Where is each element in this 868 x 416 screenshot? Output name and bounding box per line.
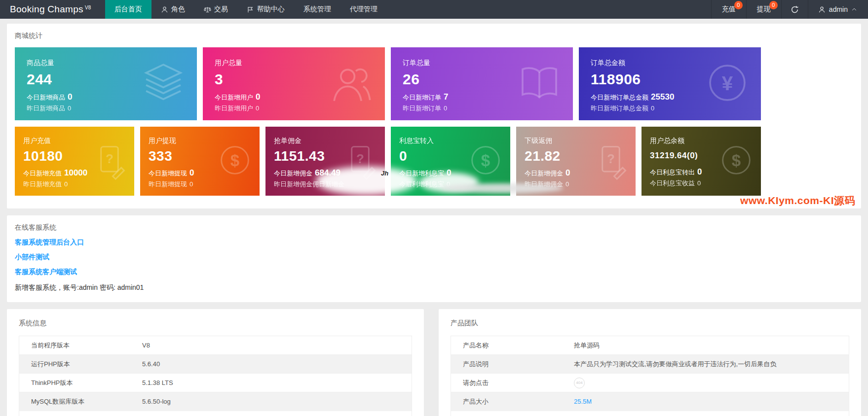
nav-tab-system-admin[interactable]: 系统管理 — [294, 0, 340, 19]
product-team-table: 产品名称 抢单源码 产品说明 本产品只为学习测试交流,请勿要做商业或者用于违法行… — [451, 336, 849, 416]
stat-title: 利息宝转入 — [399, 137, 502, 145]
product-team-panel: 产品团队 产品名称 抢单源码 产品说明 本产品只为学习测试交流,请勿要做商业或者… — [439, 309, 861, 416]
row-value: 5.6.50-log — [142, 398, 171, 405]
row-label: 当前程序版本 — [31, 341, 142, 350]
nav-tab-agent-admin[interactable]: 代理管理 — [340, 0, 387, 19]
table-row: ThinkPHP版本 5.1.38 LTS — [19, 374, 412, 392]
stat-line-label: 今日新增提现 — [149, 170, 187, 177]
section-title-online-service: 在线客服系统 — [15, 223, 853, 232]
stat-line-value: 10000 — [64, 168, 87, 177]
online-service-panel: 在线客服系统 客服系统管理后台入口 小部件测试 客服系统客户端测试 新增客服系统… — [7, 215, 861, 302]
stat-title: 抢单佣金 — [274, 137, 377, 145]
stat-title: 用户总量 — [215, 59, 373, 68]
flag-icon — [247, 6, 254, 13]
service-link-admin-entry[interactable]: 客服系统管理后台入口 — [15, 238, 853, 247]
system-info-table: 当前程序版本 V8 运行PHP版本 5.6.40 ThinkPHP版本 5.1.… — [19, 336, 412, 416]
table-row: 当前程序版本 V8 — [19, 336, 412, 355]
row-value: 5.1.38 LTS — [142, 379, 173, 386]
row-value: V8 — [142, 342, 150, 349]
stat-value: 31219.64(0) — [650, 151, 753, 161]
nav-tab-label: 交易 — [214, 5, 228, 14]
stat-cards-row-1: 商品总量 244 今日新增商品0 昨日新增商品0 用户总量 3 今日新增用户0 … — [15, 47, 761, 120]
stat-line-label: 昨日新增订单总金额 — [591, 104, 648, 112]
section-title-product-team: 产品团队 — [451, 319, 849, 328]
product-size-link[interactable]: 25.5M — [574, 398, 592, 405]
stat-line-value: 0 — [651, 104, 654, 112]
table-row: 数据库 mysql — [451, 411, 849, 416]
stat-line-value: 0 — [256, 92, 260, 102]
stat-title: 用户提现 — [149, 137, 251, 145]
service-links: 客服系统管理后台入口 小部件测试 客服系统客户端测试 — [15, 238, 853, 277]
row-label: 运行PHP版本 — [31, 360, 142, 369]
stat-title: 下级返佣 — [525, 137, 627, 145]
stat-line-value: 0 — [566, 180, 569, 188]
stat-line-value: 25530 — [651, 92, 674, 102]
row-label: 产品说明 — [463, 360, 574, 369]
stat-card-interest-in: 利息宝转入 0 今日新增利息宝0 今眉利增利息宝0 $ — [391, 127, 510, 196]
stat-line-label: 今日新增订单 — [403, 94, 441, 101]
stat-value: 0 — [399, 148, 502, 164]
stat-line-label: 今日利息宝收益 — [650, 179, 695, 187]
nav-tab-trade[interactable]: 交易 — [194, 0, 237, 19]
section-title-mall-stats: 商城统计 — [15, 32, 853, 40]
stat-value: 118906 — [591, 71, 749, 88]
stat-line-value: 7 — [444, 92, 448, 102]
withdraw-label: 提现 — [757, 5, 771, 14]
user-menu[interactable]: admin — [808, 0, 868, 19]
stat-line-label: 今日新增用户 — [215, 94, 253, 101]
stat-card-sub-rebate: 下级返佣 21.82 今日新增佣金0 昨日新增佣金0 ? — [516, 127, 636, 196]
navbar-right: 充值 0 提现 0 admin — [711, 0, 868, 19]
stat-cards-row-2: 用户充值 10180 今日新增充值10000 昨日新增充值0 ? 用户提现 33… — [15, 127, 761, 196]
stat-line-label: 昨日新增订单 — [403, 104, 441, 112]
nav-tab-label: 后台首页 — [114, 5, 142, 14]
stat-line-label: 今眉利增利息宝 — [399, 180, 444, 188]
stat-line-label: 昨日新增用户 — [215, 104, 253, 112]
nav-tab-label: 系统管理 — [303, 5, 331, 14]
nav-tab-home[interactable]: 后台首页 — [105, 0, 151, 19]
chevron-up-icon — [851, 6, 857, 12]
stat-line-label: 今日新增充值 — [23, 170, 62, 177]
stat-line-label: 今日新增订单总金额 — [591, 94, 648, 101]
stat-card-order-total: 订单总量 26 今日新增订单7 昨日新增订单0 — [391, 47, 573, 120]
service-account-note: 新增客服系统，账号:admin 密码: admin01 — [15, 283, 853, 292]
stat-line-label: 昨日新增商品 — [27, 104, 65, 112]
app-logo: Booking Champs V8 — [0, 0, 105, 19]
stat-card-user-total: 用户总量 3 今日新增用户0 昨日新增用户0 — [203, 47, 385, 120]
table-row: 运行PHP版本 5.6.40 — [19, 355, 412, 374]
404-circle-icon[interactable]: 404 — [574, 378, 585, 388]
recharge-button[interactable]: 充值 0 — [711, 0, 746, 19]
table-row: 产品说明 本产品只为学习测试交流,请勿要做商业或者用于违法行为,一切后果自负 — [451, 355, 849, 374]
main-nav: 后台首页 角色 交易 帮助中心 系统管理 代理管理 — [105, 0, 387, 19]
stat-value: 333 — [149, 148, 251, 164]
top-navbar: Booking Champs V8 后台首页 角色 交易 帮助中心 系统管理 — [0, 0, 868, 19]
nav-tab-label: 帮助中心 — [257, 5, 285, 14]
stat-line-value: 0 — [697, 179, 701, 187]
table-row: 产品名称 抢单源码 — [451, 336, 849, 355]
stat-line-value: 0 — [189, 180, 193, 188]
table-row: MySQL数据库版本 5.6.50-log — [19, 392, 412, 411]
nav-tab-help-center[interactable]: 帮助中心 — [237, 0, 294, 19]
service-link-client-test[interactable]: 客服系统客户端测试 — [15, 268, 853, 277]
stat-line-label: 今日新增商品 — [27, 94, 65, 101]
person-icon — [818, 6, 826, 13]
stat-card-user-recharge: 用户充值 10180 今日新增充值10000 昨日新增充值0 ? — [15, 127, 134, 196]
nav-tab-roles[interactable]: 角色 — [151, 0, 194, 19]
withdraw-button[interactable]: 提现 0 — [746, 0, 781, 19]
row-value: 5.6.40 — [142, 360, 160, 368]
stat-line-label: 昨日新增佣金佣日新增金 — [274, 180, 344, 188]
stat-title: 商品总量 — [27, 59, 185, 68]
stat-title: 用户充值 — [23, 137, 126, 145]
bottom-panels: 系统信息 当前程序版本 V8 运行PHP版本 5.6.40 ThinkPHP版本… — [7, 309, 861, 416]
recharge-badge: 0 — [734, 1, 743, 9]
stat-card-user-balance: 用户总余额 31219.64(0) 今日利息宝转出0 今日利息宝收益0 $ — [642, 127, 761, 196]
stat-line-value: 0 — [566, 168, 570, 177]
service-link-widget-test[interactable]: 小部件测试 — [15, 253, 853, 262]
stat-line-value: 0 — [697, 167, 702, 176]
row-label: 产品大小 — [463, 397, 574, 406]
section-title-system-info: 系统信息 — [19, 319, 412, 328]
refresh-button[interactable] — [781, 0, 808, 19]
stat-value: 1151.43 — [274, 148, 377, 164]
row-label: 产品名称 — [463, 341, 574, 350]
mall-stats-panel: 商城统计 商品总量 244 今日新增商品0 昨日新增商品0 用户总量 3 — [7, 24, 861, 208]
main-content: 商城统计 商品总量 244 今日新增商品0 昨日新增商品0 用户总量 3 — [0, 19, 868, 416]
